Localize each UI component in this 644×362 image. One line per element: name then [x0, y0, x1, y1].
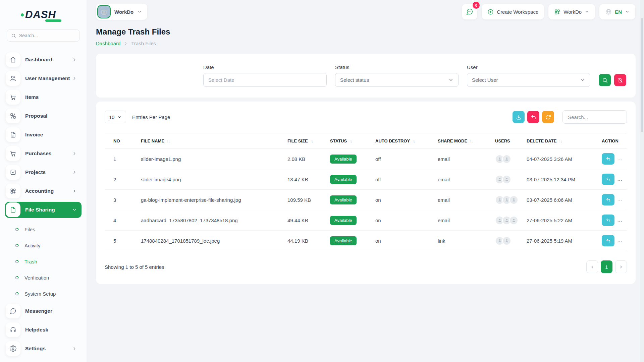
status-badge: Available	[330, 175, 357, 184]
grid-plus-icon	[6, 184, 20, 198]
users-avatars	[495, 236, 521, 245]
logo-text: DASH	[25, 9, 56, 21]
restore-button[interactable]	[602, 194, 614, 205]
sidebar-item-label: Settings	[25, 346, 72, 352]
chevron-right-icon	[72, 170, 77, 175]
breadcrumb-current: Trash Files	[131, 41, 156, 46]
restore-button[interactable]	[602, 153, 614, 165]
scrollbar[interactable]	[640, 0, 644, 362]
ring-icon	[15, 276, 19, 280]
app-logo[interactable]: DASH	[0, 0, 87, 21]
sidebar-item-settings[interactable]: Settings	[5, 341, 82, 357]
user-filter-select[interactable]: Select User	[467, 73, 590, 87]
messages-button[interactable]: 0	[462, 4, 477, 19]
cell-file-name: ga-blog-implement-enterprise-file-sharin…	[138, 190, 285, 210]
sidebar-item-proposal[interactable]: Proposal	[5, 108, 82, 124]
cell-file-size: 109.59 KB	[285, 190, 327, 210]
cell-auto-destroy: on	[373, 231, 435, 251]
chevron-right-icon	[124, 42, 128, 46]
pagination: 1	[586, 260, 627, 273]
sidebar-subitem-label: System Setup	[24, 291, 56, 297]
date-filter-input[interactable]	[203, 73, 327, 87]
sort-icon: ↑↓	[412, 139, 415, 143]
column-label: FILE SIZE	[287, 138, 308, 143]
create-workspace-button[interactable]: Create Workspace	[482, 4, 544, 19]
column-header-share-mode[interactable]: SHARE MODE↑↓	[435, 133, 492, 149]
cell-share-mode: email	[435, 149, 492, 169]
workspace-selector[interactable]: WorkDo	[96, 4, 147, 20]
proposal-icon	[6, 109, 20, 123]
sidebar-item-messenger[interactable]: Messenger	[5, 303, 82, 319]
language-label: EN	[615, 9, 622, 15]
sidebar-item-label: Messenger	[25, 308, 77, 314]
cell-delete-date: 27-06-2025 5:19 AM	[524, 231, 599, 251]
gear-icon	[6, 341, 20, 356]
column-header-status[interactable]: STATUS↑↓	[327, 133, 373, 149]
chevron-down-icon	[580, 77, 585, 82]
trash-files-table: NOFILE NAME↑↓FILE SIZE↑↓STATUS↑↓AUTO DES…	[105, 133, 627, 251]
plus-circle-icon	[487, 9, 494, 15]
next-page-button[interactable]	[615, 260, 627, 273]
prev-page-button[interactable]	[586, 260, 598, 273]
cart-icon	[6, 146, 20, 161]
sidebar-item-purchases[interactable]: Purchases	[5, 145, 82, 162]
sidebar-item-helpdesk[interactable]: Helpdesk	[5, 322, 82, 338]
cell-auto-destroy: off	[373, 149, 435, 169]
cell-delete-date: 04-07-2025 3:26 AM	[524, 149, 599, 169]
column-label: ACTION	[602, 138, 619, 143]
page-1-button[interactable]: 1	[601, 260, 612, 273]
sidebar-item-user-management[interactable]: User Management	[5, 70, 82, 86]
cart-icon	[6, 90, 20, 105]
refresh-button[interactable]	[542, 111, 554, 123]
scrollbar-thumb[interactable]	[641, 18, 643, 132]
sidebar: DASH DashboardUser ManagementItemsPropos…	[0, 0, 87, 362]
language-selector[interactable]: EN	[599, 4, 635, 19]
sidebar-item-items[interactable]: Items	[5, 89, 82, 105]
restore-button[interactable]	[602, 235, 614, 246]
sidebar-subitem-label: Activity	[24, 243, 41, 248]
cell-file-name: 1748840284_1701851789_loc.jpeg	[138, 231, 285, 251]
users-icon	[6, 71, 20, 86]
page-size-value: 10	[109, 114, 115, 120]
user-avatar	[509, 195, 518, 204]
column-label: NO	[113, 138, 120, 143]
sort-icon: ↑↓	[167, 139, 170, 143]
reset-filter-button[interactable]	[614, 74, 626, 86]
sidebar-item-invoice[interactable]: Invoice	[5, 127, 82, 143]
table-search-input[interactable]	[562, 110, 627, 124]
apply-filter-button[interactable]	[599, 74, 611, 86]
sidebar-item-projects[interactable]: Projects	[5, 164, 82, 180]
sidebar-subitem-files[interactable]: Files	[5, 221, 82, 237]
sidebar-subitem-verification[interactable]: Verification	[5, 269, 82, 286]
column-header-delete-date[interactable]: DELETE DATE↑↓	[524, 133, 599, 149]
sidebar-subitem-system-setup[interactable]: System Setup	[5, 286, 82, 302]
column-header-file-size[interactable]: FILE SIZE↑↓	[285, 133, 327, 149]
chevron-down-icon	[585, 9, 589, 14]
column-header-auto-destroy[interactable]: AUTO DESTROY↑↓	[373, 133, 435, 149]
status-filter-select[interactable]: Select status	[335, 73, 459, 87]
status-filter-label: Status	[335, 64, 459, 70]
date-input[interactable]	[208, 77, 322, 83]
export-button[interactable]	[513, 111, 525, 123]
sidebar-item-file-sharing[interactable]: File Sharing	[5, 202, 82, 218]
sidebar-subitem-trash[interactable]: Trash	[5, 253, 82, 269]
column-header-file-name[interactable]: FILE NAME↑↓	[138, 133, 285, 149]
chevron-down-icon	[625, 9, 630, 14]
sidebar-search[interactable]	[7, 29, 80, 42]
breadcrumb-dashboard-link[interactable]: Dashboard	[96, 41, 120, 46]
restore-button[interactable]	[602, 215, 614, 226]
sort-icon: ↑↓	[559, 139, 562, 143]
page-size-select[interactable]: 10	[105, 111, 126, 123]
sidebar-item-label: File Sharing	[25, 207, 72, 213]
sidebar-item-accounting[interactable]: Accounting	[5, 183, 82, 199]
showing-entries-text: Showing 1 to 5 of 5 entries	[105, 264, 164, 270]
sidebar-search-input[interactable]	[19, 33, 75, 38]
sidebar-item-dashboard[interactable]: Dashboard	[5, 52, 82, 68]
undo-button[interactable]	[527, 111, 539, 123]
cell-no: 5	[105, 231, 138, 251]
restore-button[interactable]	[602, 174, 614, 185]
chat-icon	[466, 8, 473, 15]
workspace-menu-button[interactable]: WorkDo	[548, 4, 595, 19]
workspace-menu-label: WorkDo	[564, 9, 582, 15]
sidebar-subitem-activity[interactable]: Activity	[5, 237, 82, 253]
